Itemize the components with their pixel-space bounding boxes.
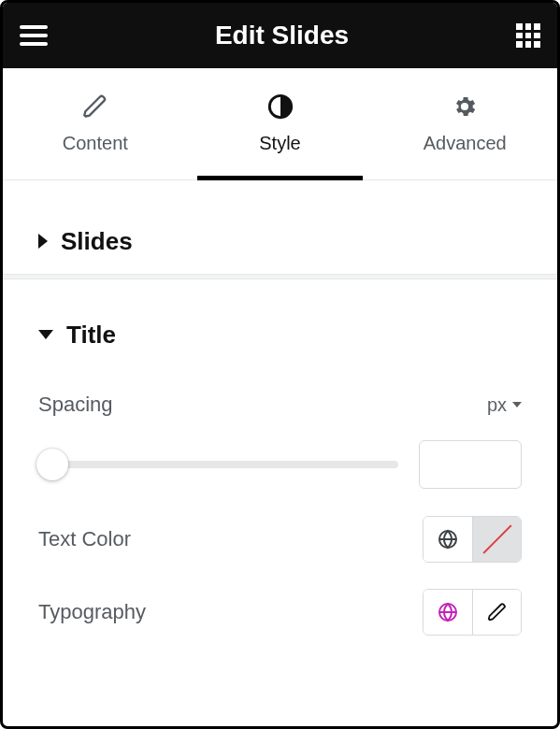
half-circle-icon <box>267 93 294 120</box>
pencil-icon <box>487 602 508 622</box>
tab-advanced[interactable]: Advanced <box>372 68 557 179</box>
globe-icon <box>437 601 459 623</box>
spacing-label: Spacing <box>38 393 113 417</box>
chevron-right-icon <box>38 234 48 249</box>
chevron-down-icon <box>38 330 53 339</box>
section-slides[interactable]: Slides <box>38 208 522 274</box>
tab-content[interactable]: Content <box>3 68 188 179</box>
section-title-label: Title <box>66 321 116 350</box>
text-color-swatch[interactable] <box>472 517 521 562</box>
gear-icon <box>452 93 478 120</box>
section-slides-label: Slides <box>61 227 133 256</box>
section-title[interactable]: Title <box>38 302 522 367</box>
tab-content-label: Content <box>63 133 128 154</box>
pencil-icon <box>82 93 108 120</box>
tab-style[interactable]: Style <box>188 68 373 179</box>
typography-global-button[interactable] <box>424 590 472 635</box>
spacing-slider-row <box>3 440 557 489</box>
typography-label: Typography <box>38 600 146 624</box>
chevron-down-icon <box>512 402 522 407</box>
text-color-row: Text Color <box>3 511 557 567</box>
spacing-input[interactable] <box>419 440 522 489</box>
page-title: Edit Slides <box>48 21 516 50</box>
spacing-slider-thumb[interactable] <box>36 449 68 480</box>
globe-icon <box>437 528 459 550</box>
text-color-label: Text Color <box>38 527 131 551</box>
spacing-row: Spacing px <box>3 377 557 433</box>
tab-style-label: Style <box>259 133 300 154</box>
typography-edit-button[interactable] <box>472 590 521 635</box>
apps-grid-icon[interactable] <box>516 23 540 48</box>
spacing-slider[interactable] <box>38 461 398 468</box>
text-color-controls <box>423 516 522 563</box>
spacing-unit-dropdown[interactable]: px <box>487 394 522 416</box>
spacing-unit-value: px <box>487 394 507 416</box>
tabs: Content Style Advanced <box>3 68 557 180</box>
text-color-global-button[interactable] <box>424 517 472 562</box>
menu-icon[interactable] <box>20 25 48 46</box>
typography-controls <box>423 589 522 636</box>
typography-row: Typography <box>3 584 557 640</box>
tab-advanced-label: Advanced <box>424 133 507 154</box>
header-bar: Edit Slides <box>3 3 557 68</box>
